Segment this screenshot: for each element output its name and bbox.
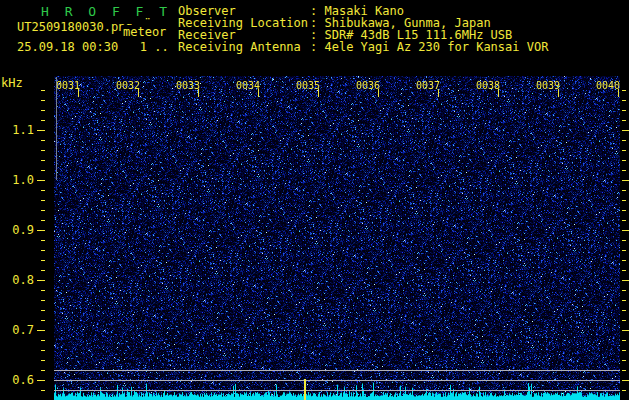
tick-mark <box>41 120 45 121</box>
tick-mark <box>41 160 45 161</box>
reference-line <box>54 380 620 381</box>
tick-mark <box>622 230 629 231</box>
tick-mark <box>41 250 45 251</box>
tick-mark <box>41 340 45 341</box>
tick-mark <box>622 130 629 131</box>
tick-mark <box>622 280 629 281</box>
tick-mark <box>622 90 626 91</box>
tick-mark <box>41 220 45 221</box>
tick-mark <box>41 200 45 201</box>
tick-mark <box>37 280 45 281</box>
tick-mark <box>41 320 45 321</box>
tick-mark <box>41 360 45 361</box>
tick-mark <box>41 370 45 371</box>
tick-mark <box>622 100 626 101</box>
tick-mark <box>41 210 45 211</box>
tick-mark <box>622 380 629 381</box>
tick-mark <box>41 150 45 151</box>
tick-mark <box>41 170 45 171</box>
time-label: 0034 <box>236 80 260 91</box>
tick-mark <box>37 330 45 331</box>
tick-mark <box>41 100 45 101</box>
tick-mark <box>41 110 45 111</box>
tick-mark <box>622 120 626 121</box>
app-title: H R O F F T <box>41 4 171 19</box>
tick-mark <box>622 150 626 151</box>
tick-mark <box>78 89 79 97</box>
tick-mark <box>622 320 626 321</box>
tick-mark <box>37 230 45 231</box>
tick-mark <box>318 89 319 97</box>
tick-mark <box>622 290 626 291</box>
tick-mark <box>622 340 626 341</box>
tick-mark <box>622 370 626 371</box>
tick-mark <box>622 360 626 361</box>
time-label: 0032 <box>116 80 140 91</box>
tick-mark <box>198 89 199 97</box>
tick-mark <box>41 90 45 91</box>
spectrogram-canvas <box>54 76 620 400</box>
tick-mark <box>41 270 45 271</box>
tick-mark <box>622 140 626 141</box>
tick-mark <box>622 350 626 351</box>
freq-label: 0.9 <box>2 223 34 237</box>
tick-mark <box>41 290 45 291</box>
tick-mark <box>41 300 45 301</box>
left-edge-line <box>56 77 57 180</box>
tick-mark <box>438 89 439 97</box>
tick-mark <box>41 350 45 351</box>
tick-mark <box>618 89 619 97</box>
tick-mark <box>622 310 626 311</box>
time-label: 0033 <box>176 80 200 91</box>
freq-axis-unit: kHz <box>1 76 23 90</box>
freq-label: 1.0 <box>2 173 34 187</box>
tick-mark <box>37 180 45 181</box>
freq-label: 0.7 <box>2 323 34 337</box>
tick-mark <box>41 390 45 391</box>
filename-label: UT2509180030.png <box>17 20 133 34</box>
reference-line <box>54 390 620 391</box>
tick-mark <box>258 89 259 97</box>
reference-line <box>54 370 620 371</box>
tick-mark <box>622 180 629 181</box>
tick-mark <box>622 160 626 161</box>
tick-mark <box>622 270 626 271</box>
time-label: 0035 <box>296 80 320 91</box>
time-label: 0036 <box>356 80 380 91</box>
time-label: 0040 <box>596 80 620 91</box>
station-label: meteor <box>122 25 167 39</box>
tick-mark <box>378 89 379 97</box>
tick-mark <box>138 89 139 97</box>
tick-mark <box>622 390 626 391</box>
tick-mark <box>622 250 626 251</box>
freq-label: 0.8 <box>2 273 34 287</box>
tick-mark <box>558 89 559 97</box>
freq-label: 1.1 <box>2 123 34 137</box>
info-row-antenna: Receiving Antenna: 4ele Yagi Az 230 for … <box>178 41 548 53</box>
tick-mark <box>37 380 45 381</box>
tick-mark <box>622 170 626 171</box>
tick-mark <box>622 190 626 191</box>
tick-mark <box>41 260 45 261</box>
tick-mark <box>622 330 629 331</box>
tick-mark <box>498 89 499 97</box>
time-label: 0037 <box>416 80 440 91</box>
tick-mark <box>622 300 626 301</box>
freq-label: 0.6 <box>2 373 34 387</box>
info-value: 4ele Yagi Az 230 for Kansai VOR <box>324 40 548 54</box>
time-label: 0031 <box>56 80 80 91</box>
hrofft-window: H R O F F T UT2509180030.png ¨ meteor 25… <box>0 0 629 400</box>
tick-mark <box>41 140 45 141</box>
datetime-line: 25.09.18 00:30 1 .. <box>17 40 169 54</box>
tick-mark <box>37 130 45 131</box>
level-strip-marker <box>304 379 306 400</box>
tick-mark <box>622 240 626 241</box>
tick-mark <box>622 260 626 261</box>
time-label: 0038 <box>476 80 500 91</box>
tick-mark <box>41 240 45 241</box>
tick-mark <box>622 200 626 201</box>
tick-mark <box>622 220 626 221</box>
info-label: Receiving Antenna <box>178 41 310 53</box>
tick-mark <box>622 110 626 111</box>
tick-mark <box>41 310 45 311</box>
